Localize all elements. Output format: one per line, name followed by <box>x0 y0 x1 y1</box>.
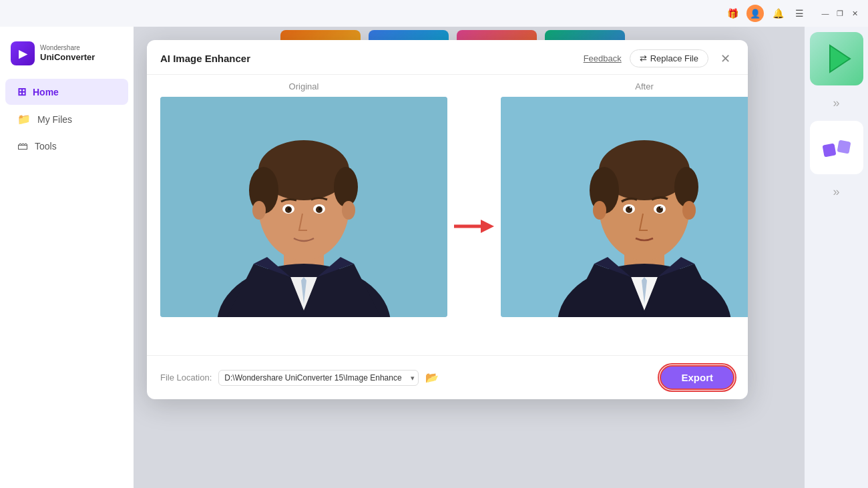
svg-point-9 <box>252 201 266 220</box>
dialog-header-right: Feedback ⇄ Replace File ✕ <box>584 49 734 67</box>
bell-icon[interactable]: 🔔 <box>771 6 785 21</box>
svg-rect-41 <box>837 140 851 154</box>
sidebar-item-tools[interactable]: 🗃 Tools <box>5 134 128 159</box>
right-panel: » » <box>805 27 868 488</box>
content-area: AI Image Enhancer Feedback ⇄ Replace Fil… <box>134 27 805 488</box>
file-path-select[interactable]: D:\Wondershare UniConverter 15\Image Enh… <box>218 370 419 386</box>
maximize-button[interactable]: ❐ <box>835 8 845 19</box>
red-arrow-svg <box>454 216 494 236</box>
logo-text: Wondershare UniConverter <box>40 44 95 63</box>
svg-point-8 <box>334 167 358 207</box>
after-image <box>501 97 748 317</box>
ai-image-enhancer-dialog: AI Image Enhancer Feedback ⇄ Replace Fil… <box>147 40 748 399</box>
after-person-svg <box>501 97 748 317</box>
close-dialog-button[interactable]: ✕ <box>716 50 734 67</box>
sidebar-item-home-label: Home <box>33 87 59 97</box>
svg-point-16 <box>318 208 321 210</box>
arrow-container <box>447 101 501 355</box>
sidebar-item-my-files[interactable]: 📁 My Files <box>5 106 128 132</box>
dialog-header: AI Image Enhancer Feedback ⇄ Replace Fil… <box>147 40 748 75</box>
svg-marker-38 <box>830 45 850 72</box>
minimize-button[interactable]: — <box>820 8 831 19</box>
dialog-overlay: AI Image Enhancer Feedback ⇄ Replace Fil… <box>134 27 805 488</box>
dialog-footer: File Location: D:\Wondershare UniConvert… <box>147 355 748 399</box>
titlebar-icons: 🎁 👤 🔔 ☰ <box>725 5 807 22</box>
svg-rect-40 <box>822 144 836 158</box>
direction-arrow <box>454 216 494 240</box>
sidebar-item-home[interactable]: ⊞ Home <box>5 79 128 105</box>
svg-point-29 <box>682 201 696 220</box>
titlebar: 🎁 👤 🔔 ☰ — ❐ ✕ <box>0 0 868 27</box>
file-location: File Location: D:\Wondershare UniConvert… <box>160 370 439 386</box>
svg-point-33 <box>630 207 631 208</box>
replace-icon: ⇄ <box>640 53 647 63</box>
folder-browse-icon[interactable]: 📂 <box>425 371 439 384</box>
svg-marker-18 <box>481 220 494 233</box>
logo-brand: Wondershare <box>40 44 95 52</box>
svg-point-37 <box>660 207 662 208</box>
after-label: After <box>501 75 748 97</box>
replace-file-button[interactable]: ⇄ Replace File <box>630 49 708 67</box>
right-panel-chevron-2[interactable]: » <box>827 180 845 204</box>
my-files-icon: 📁 <box>17 113 31 126</box>
menu-icon[interactable]: ☰ <box>792 6 807 21</box>
sidebar-item-my-files-label: My Files <box>37 114 72 125</box>
svg-point-10 <box>342 201 355 220</box>
svg-point-28 <box>593 201 606 220</box>
right-panel-chevron-1[interactable]: » <box>827 91 845 115</box>
export-button[interactable]: Export <box>660 365 734 390</box>
file-location-label: File Location: <box>160 373 212 383</box>
original-person-svg <box>160 97 447 317</box>
svg-point-27 <box>674 167 698 207</box>
original-panel: Original <box>160 75 447 355</box>
feedback-link[interactable]: Feedback <box>584 53 622 63</box>
image-comparison: Original <box>147 75 748 355</box>
right-panel-icon-2 <box>820 131 853 164</box>
logo-icon: ▶ <box>11 41 35 65</box>
sidebar-item-tools-label: Tools <box>35 141 57 152</box>
after-panel: After <box>501 75 748 355</box>
main-layout: ▶ Wondershare UniConverter ⊞ Home 📁 My F… <box>0 27 868 488</box>
original-label: Original <box>160 75 447 97</box>
home-icon: ⊞ <box>17 85 26 98</box>
logo-product: UniConverter <box>40 52 95 63</box>
dialog-title: AI Image Enhancer <box>160 53 250 64</box>
window-controls: — ❐ ✕ <box>820 8 860 19</box>
right-panel-icon-1 <box>817 39 857 79</box>
sidebar-nav: ⊞ Home 📁 My Files 🗃 Tools <box>0 79 134 159</box>
svg-point-13 <box>288 208 290 210</box>
file-path-select-wrap: D:\Wondershare UniConverter 15\Image Enh… <box>218 370 419 386</box>
close-window-button[interactable]: ✕ <box>849 8 860 19</box>
logo: ▶ Wondershare UniConverter <box>0 35 134 79</box>
user-avatar[interactable]: 👤 <box>746 5 764 22</box>
gift-icon[interactable]: 🎁 <box>725 6 740 21</box>
sidebar: ▶ Wondershare UniConverter ⊞ Home 📁 My F… <box>0 27 134 488</box>
right-panel-card-1[interactable] <box>810 32 863 85</box>
replace-file-label: Replace File <box>650 53 698 63</box>
original-image <box>160 97 447 317</box>
tools-icon: 🗃 <box>17 140 28 152</box>
right-panel-card-2[interactable] <box>810 121 863 174</box>
